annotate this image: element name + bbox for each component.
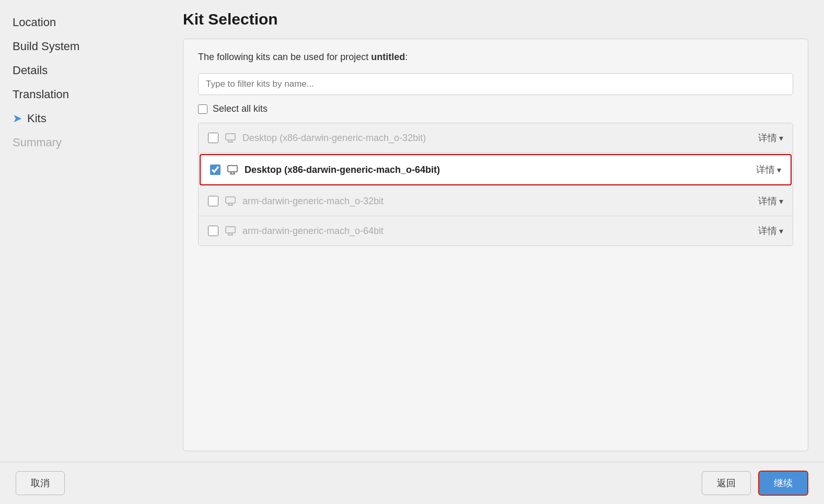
kit-checkbox-arm-64[interactable] xyxy=(208,226,218,236)
sidebar: Location Build System Details Translatio… xyxy=(0,0,167,462)
filter-input[interactable] xyxy=(198,73,793,95)
active-arrow-icon: ➤ xyxy=(13,112,22,125)
kit-row-left-x86-32: Desktop (x86-darwin-generic-mach_o-32bit… xyxy=(208,132,752,144)
sidebar-item-build-system[interactable]: Build System xyxy=(0,34,167,58)
kits-label: Kits xyxy=(27,112,47,125)
footer-right: 返回 继续 xyxy=(702,471,808,496)
details-text-x86-32: 详情 xyxy=(758,132,777,144)
monitor-icon-arm-64 xyxy=(225,225,236,237)
kit-checkbox-x86-32[interactable] xyxy=(208,133,218,143)
description-prefix: The following kits can be used for proje… xyxy=(198,52,371,62)
svg-rect-8 xyxy=(226,197,235,203)
kit-row-arm-32: arm-darwin-generic-mach_o-32bit 详情 ▾ xyxy=(199,186,793,216)
sidebar-item-summary[interactable]: Summary xyxy=(0,131,167,155)
cancel-button[interactable]: 取消 xyxy=(16,471,65,495)
dialog-footer: 取消 返回 继续 xyxy=(0,462,824,504)
page-title: Kit Selection xyxy=(183,10,808,28)
kit-details-x86-64[interactable]: 详情 ▾ xyxy=(756,163,781,176)
kit-checkbox-arm-32[interactable] xyxy=(208,196,218,206)
kit-details-arm-64[interactable]: 详情 ▾ xyxy=(758,225,783,237)
kit-panel: The following kits can be used for proje… xyxy=(183,39,808,451)
kit-checkbox-x86-64[interactable] xyxy=(210,165,220,175)
select-all-checkbox[interactable] xyxy=(198,104,207,114)
kit-label-x86-64: Desktop (x86-darwin-generic-mach_o-64bit… xyxy=(245,165,440,175)
kit-row-left-arm-64: arm-darwin-generic-mach_o-64bit xyxy=(208,225,752,237)
kit-description: The following kits can be used for proje… xyxy=(198,52,793,63)
monitor-icon-x86-32 xyxy=(225,132,236,144)
continue-button[interactable]: 继续 xyxy=(758,471,808,496)
select-all-row: Select all kits xyxy=(198,103,793,114)
kit-label-x86-32: Desktop (x86-darwin-generic-mach_o-32bit… xyxy=(242,133,426,144)
kit-row-x86-32: Desktop (x86-darwin-generic-mach_o-32bit… xyxy=(199,123,793,153)
chevron-icon-x86-32: ▾ xyxy=(779,133,783,143)
kit-row-x86-64: Desktop (x86-darwin-generic-mach_o-64bit… xyxy=(200,154,792,185)
select-all-label: Select all kits xyxy=(213,103,268,114)
monitor-icon-arm-32 xyxy=(225,195,236,207)
svg-rect-12 xyxy=(226,227,235,233)
details-text-arm-32: 详情 xyxy=(758,195,777,207)
project-name: untitled xyxy=(371,52,405,62)
dialog: Location Build System Details Translatio… xyxy=(0,0,824,504)
sidebar-item-kits[interactable]: ➤ Kits xyxy=(0,107,167,131)
sidebar-item-details[interactable]: Details xyxy=(0,58,167,83)
kit-row-left-x86-64: Desktop (x86-darwin-generic-mach_o-64bit… xyxy=(210,164,750,175)
dialog-body: Location Build System Details Translatio… xyxy=(0,0,824,462)
details-text-arm-64: 详情 xyxy=(758,225,777,237)
build-system-label: Build System xyxy=(13,40,79,53)
svg-rect-4 xyxy=(228,166,237,172)
kit-details-x86-32[interactable]: 详情 ▾ xyxy=(758,132,783,144)
sidebar-item-location[interactable]: Location xyxy=(0,10,167,34)
kit-row-arm-64: arm-darwin-generic-mach_o-64bit 详情 ▾ xyxy=(199,216,793,245)
back-button[interactable]: 返回 xyxy=(702,471,751,495)
summary-label: Summary xyxy=(13,136,62,149)
kits-list: Desktop (x86-darwin-generic-mach_o-32bit… xyxy=(198,123,793,246)
sidebar-item-translation[interactable]: Translation xyxy=(0,83,167,107)
monitor-icon-x86-64 xyxy=(227,164,238,175)
svg-rect-0 xyxy=(226,134,235,140)
kit-label-arm-64: arm-darwin-generic-mach_o-64bit xyxy=(242,226,384,237)
chevron-icon-arm-32: ▾ xyxy=(779,196,783,206)
details-label: Details xyxy=(13,64,48,77)
kit-details-arm-32[interactable]: 详情 ▾ xyxy=(758,195,783,207)
description-suffix: : xyxy=(405,52,408,62)
details-text-x86-64: 详情 xyxy=(756,163,775,176)
kit-row-left-arm-32: arm-darwin-generic-mach_o-32bit xyxy=(208,195,752,207)
chevron-icon-x86-64: ▾ xyxy=(777,165,781,175)
kit-label-arm-32: arm-darwin-generic-mach_o-32bit xyxy=(242,196,384,207)
main-content: Kit Selection The following kits can be … xyxy=(167,0,824,462)
chevron-icon-arm-64: ▾ xyxy=(779,226,783,236)
location-label: Location xyxy=(13,16,56,29)
translation-label: Translation xyxy=(13,88,69,101)
